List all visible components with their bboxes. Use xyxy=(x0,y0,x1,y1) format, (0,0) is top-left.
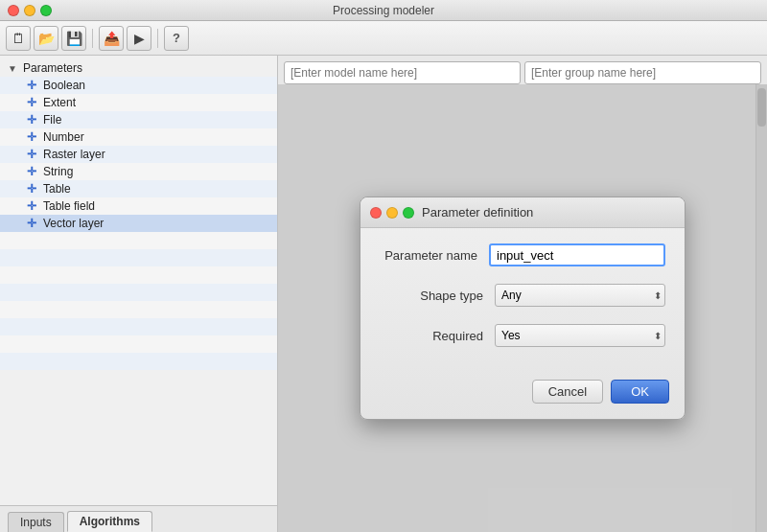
param-name-input[interactable] xyxy=(489,243,665,266)
shape-type-label: Shape type xyxy=(380,289,495,303)
dialog-close-button[interactable] xyxy=(370,207,382,219)
tree-empty-row xyxy=(0,335,277,353)
minimize-button[interactable] xyxy=(24,5,35,16)
new-icon: 🗒 xyxy=(12,31,25,46)
tree-arrow-icon: ▼ xyxy=(8,63,19,74)
export-icon: 📤 xyxy=(104,31,120,46)
tree-item-label: Extent xyxy=(43,96,76,109)
dialog-minimize-button[interactable] xyxy=(386,207,398,219)
export-button[interactable]: 📤 xyxy=(99,26,124,51)
dialog-maximize-button[interactable] xyxy=(403,207,414,219)
tree-item-vector-layer[interactable]: ✛ Vector layer xyxy=(0,215,277,232)
toolbar-separator-2 xyxy=(157,29,158,48)
tree-empty-row xyxy=(0,249,277,266)
plus-icon: ✛ xyxy=(25,96,38,109)
dialog-body: Parameter name Shape type Any Point Line xyxy=(360,228,685,380)
tree-item-table-field[interactable]: ✛ Table field xyxy=(0,197,277,215)
tree-item-boolean[interactable]: ✛ Boolean xyxy=(0,77,277,94)
plus-icon: ✛ xyxy=(25,165,38,178)
tree-item-label: Number xyxy=(43,130,84,144)
tree-item-string[interactable]: ✛ String xyxy=(0,163,277,180)
right-panel: Parameter definition Parameter name Shap… xyxy=(278,56,767,532)
plus-icon: ✛ xyxy=(25,79,38,92)
required-select-wrapper: Yes No ⬍ xyxy=(495,324,665,347)
bottom-tabs: Inputs Algorithms xyxy=(0,505,277,532)
required-row: Required Yes No ⬍ xyxy=(380,324,665,347)
run-button[interactable]: ▶ xyxy=(127,26,151,51)
tree-group-parameters[interactable]: ▼ Parameters xyxy=(0,59,277,77)
tree-empty-row xyxy=(0,284,277,301)
tree-empty-row xyxy=(0,232,277,249)
save-icon: 💾 xyxy=(66,31,82,46)
shape-type-select[interactable]: Any Point Line Polygon xyxy=(495,284,665,307)
tree-group-label: Parameters xyxy=(23,61,82,75)
tree-item-label: Boolean xyxy=(43,79,85,92)
tree-item-extent[interactable]: ✛ Extent xyxy=(0,94,277,111)
required-label: Required xyxy=(380,329,495,343)
toolbar: 🗒 📂 💾 📤 ▶ ? xyxy=(0,21,767,56)
parameter-definition-dialog: Parameter definition Parameter name Shap… xyxy=(360,197,686,420)
plus-icon: ✛ xyxy=(25,113,38,127)
close-button[interactable] xyxy=(8,5,19,16)
tree-item-table[interactable]: ✛ Table xyxy=(0,180,277,197)
plus-icon: ✛ xyxy=(25,130,38,144)
new-button[interactable]: 🗒 xyxy=(6,26,31,51)
open-icon: 📂 xyxy=(38,31,55,46)
tree-empty-row xyxy=(0,318,277,335)
tree-empty-row xyxy=(0,301,277,318)
plus-icon: ✛ xyxy=(25,217,38,230)
shape-type-row: Shape type Any Point Line Polygon ⬍ xyxy=(380,284,665,307)
tree-item-label: String xyxy=(43,165,73,178)
dialog-footer: Cancel OK xyxy=(360,380,685,419)
toolbar-separator xyxy=(92,29,93,48)
window-controls[interactable] xyxy=(8,5,52,16)
shape-type-select-wrapper: Any Point Line Polygon ⬍ xyxy=(495,284,665,307)
model-name-input[interactable] xyxy=(284,61,521,84)
open-button[interactable]: 📂 xyxy=(34,26,58,51)
modal-overlay: Parameter definition Parameter name Shap… xyxy=(278,84,767,532)
tree-item-raster-layer[interactable]: ✛ Raster layer xyxy=(0,146,277,163)
dialog-title: Parameter definition xyxy=(422,205,533,220)
tree-item-label: Raster layer xyxy=(43,148,105,161)
tab-inputs[interactable]: Inputs xyxy=(8,512,64,532)
run-icon: ▶ xyxy=(134,31,145,46)
param-name-row: Parameter name xyxy=(380,243,665,266)
tree-empty-row xyxy=(0,266,277,284)
help-button[interactable]: ? xyxy=(164,26,189,51)
plus-icon: ✛ xyxy=(25,199,38,213)
cancel-button[interactable]: Cancel xyxy=(532,380,603,404)
tab-algorithms[interactable]: Algorithms xyxy=(67,511,152,532)
plus-icon: ✛ xyxy=(25,148,38,161)
plus-icon: ✛ xyxy=(25,182,38,196)
save-button[interactable]: 💾 xyxy=(61,26,86,51)
tree-area: ▼ Parameters ✛ Boolean ✛ Extent ✛ File ✛… xyxy=(0,56,277,505)
tree-item-label: Vector layer xyxy=(43,217,104,230)
title-bar: Processing modeler xyxy=(0,0,767,21)
help-icon: ? xyxy=(173,31,180,45)
left-panel: ▼ Parameters ✛ Boolean ✛ Extent ✛ File ✛… xyxy=(0,56,278,532)
tree-item-number[interactable]: ✛ Number xyxy=(0,128,277,146)
dialog-titlebar: Parameter definition xyxy=(360,197,685,228)
dialog-window-controls[interactable] xyxy=(370,207,414,219)
main-layout: ▼ Parameters ✛ Boolean ✛ Extent ✛ File ✛… xyxy=(0,56,767,532)
model-group-input[interactable] xyxy=(524,61,761,84)
window-title: Processing modeler xyxy=(333,4,434,17)
ok-button[interactable]: OK xyxy=(611,380,669,404)
tree-item-label: Table xyxy=(43,182,71,196)
tree-item-label: Table field xyxy=(43,199,95,213)
canvas-area: Parameter definition Parameter name Shap… xyxy=(278,84,767,532)
required-select[interactable]: Yes No xyxy=(495,324,665,347)
tree-item-label: File xyxy=(43,113,61,127)
model-inputs-row xyxy=(278,56,767,84)
tree-empty-row xyxy=(0,353,277,370)
param-name-label: Parameter name xyxy=(380,248,489,263)
tree-item-file[interactable]: ✛ File xyxy=(0,111,277,128)
maximize-button[interactable] xyxy=(40,5,52,16)
